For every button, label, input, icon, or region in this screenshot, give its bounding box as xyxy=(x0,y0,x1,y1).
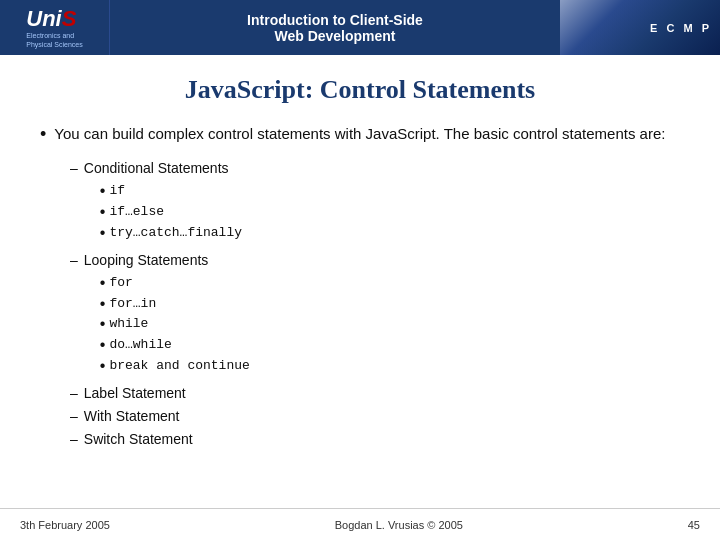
conditional-sub-list: • if • if…else • try…catch…finally xyxy=(100,181,242,243)
header-center: Introduction to Client-Side Web Developm… xyxy=(110,12,560,44)
loop-do-while-text: do…while xyxy=(109,335,171,355)
loop-do-while: • do…while xyxy=(100,335,250,356)
header-logo: Uni S Electronics and Physical Sciences xyxy=(0,0,110,55)
loop-break-continue-text: break and continue xyxy=(109,356,249,376)
label-statement-item: – Label Statement xyxy=(70,383,680,404)
conditional-if: • if xyxy=(100,181,242,202)
logo-uni: Uni S Electronics and Physical Sciences xyxy=(26,6,82,49)
footer-copyright: Bogdan L. Vrusias © 2005 xyxy=(335,519,463,531)
dot-icon: • xyxy=(100,223,106,244)
dash-icon-2: – xyxy=(70,250,78,271)
dot-icon: • xyxy=(100,335,106,356)
looping-item: – Looping Statements • for • for…in • wh… xyxy=(70,250,680,381)
logo-sub1: Electronics and Physical Sciences xyxy=(26,32,82,49)
with-statement-text: With Statement xyxy=(84,406,180,427)
loop-break-continue: • break and continue xyxy=(100,356,250,377)
sub-list: – Conditional Statements • if • if…else … xyxy=(70,158,680,449)
looping-label: Looping Statements xyxy=(84,252,209,268)
conditional-try: • try…catch…finally xyxy=(100,223,242,244)
logo-box: Uni S Electronics and Physical Sciences xyxy=(0,0,110,55)
conditional-item: – Conditional Statements • if • if…else … xyxy=(70,158,680,247)
loop-for-text: for xyxy=(109,273,132,293)
loop-for-in-text: for…in xyxy=(109,294,156,314)
conditional-if-else: • if…else xyxy=(100,202,242,223)
dash-icon-1: – xyxy=(70,158,78,179)
slide-title: JavaScript: Control Statements xyxy=(40,75,680,105)
dash-icon-4: – xyxy=(70,406,78,427)
dot-icon: • xyxy=(100,294,106,315)
loop-for: • for xyxy=(100,273,250,294)
dot-icon: • xyxy=(100,356,106,377)
intro-text: You can build complex control statements… xyxy=(54,123,665,144)
label-statement-text: Label Statement xyxy=(84,383,186,404)
loop-while-text: while xyxy=(109,314,148,334)
footer: 3th February 2005 Bogdan L. Vrusias © 20… xyxy=(0,508,720,540)
conditional-label: Conditional Statements xyxy=(84,160,229,176)
logo-uni-top: Uni S xyxy=(26,6,82,32)
conditional-try-text: try…catch…finally xyxy=(109,223,242,243)
conditional-if-else-text: if…else xyxy=(109,202,164,222)
switch-statement-item: – Switch Statement xyxy=(70,429,680,450)
logo-s: S xyxy=(62,6,77,32)
main-bullet: • You can build complex control statemen… xyxy=(40,123,680,146)
ecmp-text: E C M P xyxy=(650,22,712,34)
footer-page: 45 xyxy=(688,519,700,531)
conditional-if-text: if xyxy=(109,181,125,201)
conditional-block: Conditional Statements • if • if…else • … xyxy=(84,158,242,247)
header-title-line2: Web Development xyxy=(110,28,560,44)
looping-block: Looping Statements • for • for…in • whil… xyxy=(84,250,250,381)
logo-uni-text: Uni xyxy=(26,6,61,32)
header-right-image: E C M P xyxy=(560,0,720,55)
dot-icon: • xyxy=(100,314,106,335)
with-statement-item: – With Statement xyxy=(70,406,680,427)
dot-icon: • xyxy=(100,202,106,223)
header: Uni S Electronics and Physical Sciences … xyxy=(0,0,720,55)
footer-date: 3th February 2005 xyxy=(20,519,110,531)
slide-content: JavaScript: Control Statements • You can… xyxy=(0,55,720,462)
looping-sub-list: • for • for…in • while • do…while xyxy=(100,273,250,377)
switch-statement-text: Switch Statement xyxy=(84,429,193,450)
bullet-icon: • xyxy=(40,123,46,146)
dot-icon: • xyxy=(100,181,106,202)
loop-while: • while xyxy=(100,314,250,335)
header-title-line1: Introduction to Client-Side xyxy=(110,12,560,28)
dash-icon-5: – xyxy=(70,429,78,450)
loop-for-in: • for…in xyxy=(100,294,250,315)
dash-icon-3: – xyxy=(70,383,78,404)
dot-icon: • xyxy=(100,273,106,294)
